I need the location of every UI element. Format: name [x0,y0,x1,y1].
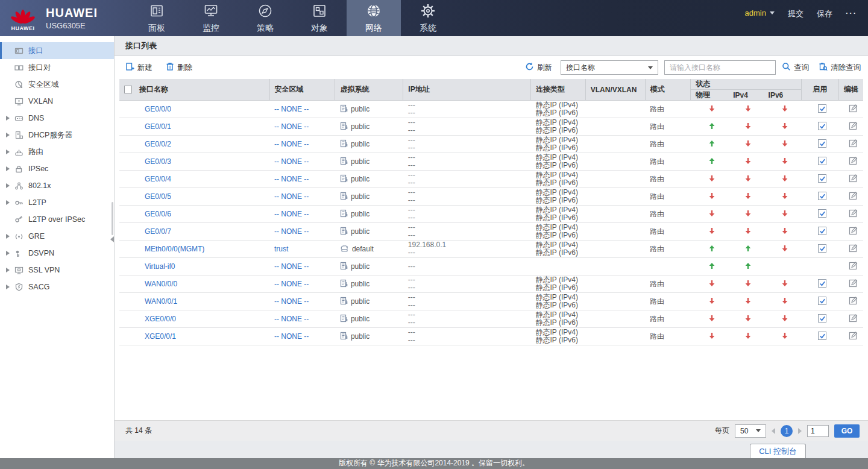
edit-icon[interactable] [849,139,858,148]
save-button[interactable]: 保存 [817,8,832,19]
select-all-checkbox[interactable] [124,86,132,93]
new-button[interactable]: 新建 [125,62,153,73]
enable-checkbox[interactable] [818,157,826,165]
expand-arrow-icon[interactable] [6,234,10,239]
enable-checkbox[interactable] [818,192,826,200]
interface-name-link[interactable]: GE0/0/4 [145,175,171,183]
security-zone-link[interactable]: trust [274,245,288,253]
sidebar-item-dns[interactable]: DNS [0,110,114,127]
edit-icon[interactable] [849,244,858,253]
security-zone-link[interactable]: -- NONE -- [274,227,309,236]
edit-icon[interactable] [849,174,858,183]
interface-name-link[interactable]: GE0/0/6 [145,210,171,218]
edit-icon[interactable] [849,261,858,270]
go-button[interactable]: GO [834,424,860,438]
filter-column-select[interactable]: 接口名称 [561,60,658,75]
edit-icon[interactable] [849,104,858,113]
interface-name-link[interactable]: GE0/0/5 [145,192,171,201]
sidebar-item-interface[interactable]: 接口 [0,42,114,59]
interface-name-link[interactable]: GE0/0/3 [145,157,171,166]
interface-name-link[interactable]: GE0/0/7 [145,227,171,236]
security-zone-link[interactable]: -- NONE -- [274,315,309,323]
sidebar-item-security-zone[interactable]: 安全区域 [0,76,114,93]
current-page-badge[interactable]: 1 [781,425,793,437]
security-zone-link[interactable]: -- NONE -- [274,297,309,306]
enable-checkbox[interactable] [818,209,826,218]
prev-page-button[interactable] [772,428,775,434]
sidebar-item-l2tp-over-ipsec[interactable]: L2TP over IPSec [0,211,114,228]
admin-menu[interactable]: admin [745,8,775,17]
enable-checkbox[interactable] [818,297,826,305]
sidebar-item-gre[interactable]: GRE [0,228,114,245]
interface-name-link[interactable]: MEth0/0/0(MGMT) [145,245,204,253]
expand-arrow-icon[interactable] [6,183,10,188]
security-zone-link[interactable]: -- NONE -- [274,280,309,288]
edit-icon[interactable] [849,156,858,165]
expand-arrow-icon[interactable] [6,133,10,137]
sidebar-item-ipsec[interactable]: IPSec [0,160,114,177]
tab-object[interactable]: 对象 [292,0,347,36]
interface-name-link[interactable]: GE0/0/1 [145,122,171,131]
enable-checkbox[interactable] [818,244,826,253]
interface-name-link[interactable]: GE0/0/0 [145,105,171,113]
expand-arrow-icon[interactable] [6,200,10,205]
delete-button[interactable]: 删除 [166,62,192,73]
interface-name-link[interactable]: XGE0/0/1 [145,332,176,341]
tab-network[interactable]: 网络 [347,0,401,36]
enable-checkbox[interactable] [818,122,826,130]
interface-name-link[interactable]: XGE0/0/0 [145,315,176,323]
security-zone-link[interactable]: -- NONE -- [274,175,309,183]
edit-icon[interactable] [849,279,858,288]
more-menu-button[interactable]: ··· [846,8,857,17]
expand-arrow-icon[interactable] [6,285,10,289]
enable-checkbox[interactable] [818,174,826,183]
security-zone-link[interactable]: -- NONE -- [274,122,309,131]
expand-arrow-icon[interactable] [6,251,10,256]
security-zone-link[interactable]: -- NONE -- [274,332,309,341]
security-zone-link[interactable]: -- NONE -- [274,262,309,271]
search-input[interactable] [664,60,776,75]
edit-icon[interactable] [849,191,858,200]
sidebar-item-interface-pair[interactable]: 接口对 [0,59,114,76]
enable-checkbox[interactable] [818,104,826,113]
expand-arrow-icon[interactable] [6,166,10,171]
sidebar-item-sacg[interactable]: SACG [0,279,114,295]
edit-icon[interactable] [849,209,858,218]
clear-query-button[interactable]: 清除查询 [819,62,861,73]
tab-system[interactable]: 系统 [401,0,455,36]
next-page-button[interactable] [798,428,802,434]
edit-icon[interactable] [849,226,858,235]
expand-arrow-icon[interactable] [6,268,10,272]
security-zone-link[interactable]: -- NONE -- [274,140,309,148]
interface-name-link[interactable]: Virtual-if0 [145,262,175,271]
sidebar-item-ssl-vpn[interactable]: SSL VPN [0,262,114,279]
security-zone-link[interactable]: -- NONE -- [274,105,309,113]
enable-checkbox[interactable] [818,227,826,235]
per-page-select[interactable]: 50 [735,424,766,438]
edit-icon[interactable] [849,121,858,130]
sidebar-collapse-handle[interactable] [109,234,115,245]
enable-checkbox[interactable] [818,314,826,323]
sidebar-item-l2tp[interactable]: L2TP [0,194,114,211]
enable-checkbox[interactable] [818,279,826,288]
interface-name-link[interactable]: GE0/0/2 [145,140,171,148]
security-zone-link[interactable]: -- NONE -- [274,192,309,201]
query-button[interactable]: 查询 [782,62,809,73]
cli-console-button[interactable]: CLI 控制台 [750,444,806,458]
tab-dashboard[interactable]: 面板 [130,0,184,36]
sidebar-item-dsvpn[interactable]: DSVPN [0,245,114,262]
sidebar-item-route[interactable]: 路由 [0,143,114,160]
enable-checkbox[interactable] [818,332,826,340]
security-zone-link[interactable]: -- NONE -- [274,157,309,166]
expand-arrow-icon[interactable] [6,116,10,121]
expand-arrow-icon[interactable] [6,150,10,154]
edit-icon[interactable] [849,313,858,323]
interface-name-link[interactable]: WAN0/0/1 [145,297,177,306]
refresh-button[interactable]: 刷新 [525,62,552,73]
sidebar-item-8021x[interactable]: 802.1x [0,177,114,194]
security-zone-link[interactable]: -- NONE -- [274,210,309,218]
edit-icon[interactable] [849,296,858,305]
interface-name-link[interactable]: WAN0/0/0 [145,280,177,288]
sidebar-item-dhcp-server[interactable]: DHCP服务器 [0,127,114,143]
enable-checkbox[interactable] [818,139,826,148]
